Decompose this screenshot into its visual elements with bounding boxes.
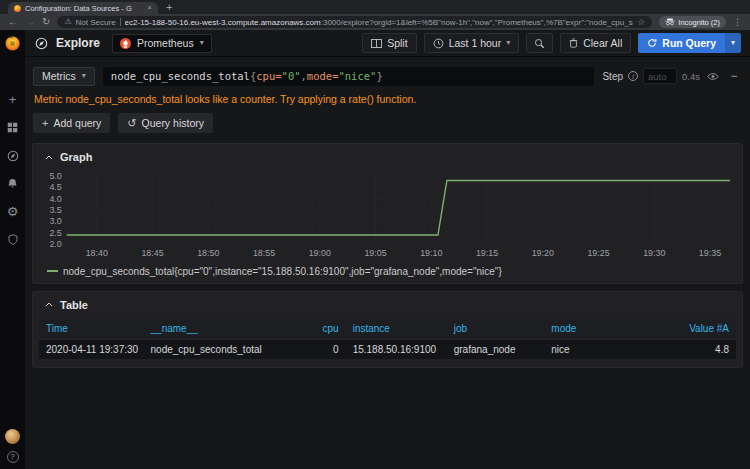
trash-icon: [569, 38, 578, 48]
expr-label-key: mode=: [307, 70, 339, 82]
chevron-down-icon: ▾: [82, 72, 86, 80]
table-cell: nice: [544, 339, 638, 359]
metrics-dropdown-button[interactable]: Metrics ▾: [33, 67, 95, 86]
url-bar[interactable]: ⚠ Not Secure ec2-15-188-50-16.eu-west-3.…: [57, 16, 652, 28]
minus-icon: −: [730, 70, 737, 82]
panel-title: Graph: [60, 151, 92, 163]
clear-all-label: Clear All: [583, 37, 622, 49]
run-query-caret-button[interactable]: ▾: [725, 33, 741, 53]
forward-button[interactable]: →: [25, 17, 35, 27]
split-icon: [371, 39, 382, 48]
back-button[interactable]: ←: [8, 17, 18, 27]
legend-swatch: [47, 270, 58, 272]
x-tick-label: 19:35: [699, 248, 721, 258]
sidebar-item-create[interactable]: +: [6, 93, 19, 106]
table-column-header[interactable]: job: [447, 319, 545, 339]
incognito-icon: [665, 18, 675, 26]
explore-toolbar: Explore Prometheus ▾ Split Last 1 hour ▾: [25, 30, 750, 57]
legend-item[interactable]: node_cpu_seconds_total{cpu="0",instance=…: [33, 266, 742, 283]
refresh-icon: [647, 38, 657, 48]
table-column-header[interactable]: cpu: [314, 319, 345, 339]
table-column-header[interactable]: __name__: [144, 319, 315, 339]
time-zoom-out-button[interactable]: [526, 33, 553, 53]
clear-all-button[interactable]: Clear All: [560, 33, 631, 53]
run-query-label: Run Query: [662, 37, 716, 49]
table-column-header[interactable]: instance: [346, 319, 447, 339]
datasource-label: Prometheus: [137, 37, 194, 49]
incognito-badge: Incognito (2): [659, 16, 726, 28]
y-tick-label: 5.0: [49, 171, 61, 181]
info-icon[interactable]: i: [628, 71, 638, 81]
table-column-header[interactable]: Value #A: [638, 319, 736, 339]
expr-brace: }: [376, 70, 382, 82]
grafana-logo[interactable]: [4, 35, 21, 56]
graph-panel: Graph 18:4018:4518:5018:5519:0019:0519:1…: [32, 143, 743, 284]
clock-icon: [433, 38, 444, 49]
query-history-button[interactable]: ↺ Query history: [118, 113, 213, 133]
x-tick-label: 19:05: [364, 248, 386, 258]
step-controls: Step i 0.4s −: [602, 68, 742, 84]
bookmark-star-icon[interactable]: ☆: [637, 18, 645, 27]
x-tick-label: 18:50: [197, 248, 219, 258]
disable-query-button[interactable]: [705, 68, 721, 84]
step-input[interactable]: [643, 68, 677, 84]
x-tick-label: 18:45: [141, 248, 163, 258]
not-secure-warning-icon[interactable]: ⚠: [64, 18, 71, 26]
sidebar-item-configuration[interactable]: ⚙: [6, 205, 19, 218]
expr-label-value: "0": [282, 70, 301, 82]
sidebar-item-server-admin[interactable]: [6, 233, 19, 246]
eye-icon: [707, 73, 719, 80]
y-tick-label: 3.5: [49, 205, 61, 215]
sidebar-item-explore[interactable]: [6, 149, 19, 162]
browser-tab[interactable]: Configuration: Data Sources - G ×: [8, 2, 158, 14]
table-row[interactable]: 2020-04-11 19:37:30node_cpu_seconds_tota…: [39, 339, 736, 359]
history-icon: ↺: [127, 118, 136, 129]
remove-query-button[interactable]: −: [726, 68, 742, 84]
grafana-favicon-icon: [14, 5, 21, 12]
tab-close-icon[interactable]: ×: [147, 4, 152, 12]
sidebar-item-alerting[interactable]: [6, 177, 19, 190]
sidebar-item-dashboards[interactable]: [6, 121, 19, 134]
new-tab-button[interactable]: +: [166, 2, 172, 13]
expr-metric: node_cpu_seconds_total: [111, 70, 250, 82]
table-cell: 15.188.50.16:9100: [346, 339, 447, 359]
page-title: Explore: [56, 36, 100, 50]
add-query-button[interactable]: + Add query: [33, 113, 110, 133]
x-tick-label: 19:20: [532, 248, 554, 258]
table-panel-header[interactable]: Table: [33, 292, 742, 315]
run-query-button-group: Run Query ▾: [638, 33, 741, 53]
tab-title: Configuration: Data Sources - G: [25, 4, 143, 13]
add-query-label: Add query: [53, 117, 101, 129]
time-range-button[interactable]: Last 1 hour ▾: [424, 33, 520, 53]
legend-label: node_cpu_seconds_total{cpu="0",instance=…: [63, 266, 502, 277]
graph-panel-header[interactable]: Graph: [33, 144, 742, 167]
reload-button[interactable]: ↻: [42, 17, 50, 27]
browser-menu-icon[interactable]: ⋮: [733, 17, 742, 27]
step-hint: 0.4s: [682, 71, 700, 82]
x-tick-label: 19:10: [420, 248, 442, 258]
run-query-button[interactable]: Run Query: [638, 33, 725, 53]
query-warning: Metric node_cpu_seconds_total looks like…: [34, 93, 743, 105]
split-label: Split: [387, 37, 407, 49]
x-tick-label: 19:00: [309, 248, 331, 258]
user-avatar[interactable]: [5, 429, 20, 444]
table-cell: 0: [314, 339, 345, 359]
prometheus-icon: [120, 38, 131, 49]
url-text[interactable]: ec2-15-188-50-16.eu-west-3.compute.amazo…: [125, 18, 634, 27]
grafana-sidebar: + ⚙ ?: [0, 30, 25, 469]
url-host: ec2-15-188-50-16.eu-west-3.compute.amazo…: [125, 18, 321, 27]
datasource-picker[interactable]: Prometheus ▾: [112, 34, 212, 53]
query-expression-field[interactable]: node_cpu_seconds_total{cpu="0",mode="nic…: [103, 67, 595, 86]
graph-canvas[interactable]: 18:4018:4518:5018:5519:0019:0519:1019:15…: [39, 169, 736, 264]
url-divider: [120, 18, 121, 26]
split-button[interactable]: Split: [362, 33, 416, 53]
expr-label-key: cpu=: [256, 70, 281, 82]
metrics-label: Metrics: [42, 70, 76, 82]
x-tick-label: 18:55: [253, 248, 275, 258]
table-header-row: Time__name__cpuinstancejobmodeValue #A: [39, 319, 736, 339]
plus-icon: +: [9, 93, 17, 106]
help-icon[interactable]: ?: [7, 451, 19, 463]
table-column-header[interactable]: mode: [544, 319, 638, 339]
chevron-down-icon: ▾: [506, 39, 510, 47]
table-column-header[interactable]: Time: [39, 319, 144, 339]
